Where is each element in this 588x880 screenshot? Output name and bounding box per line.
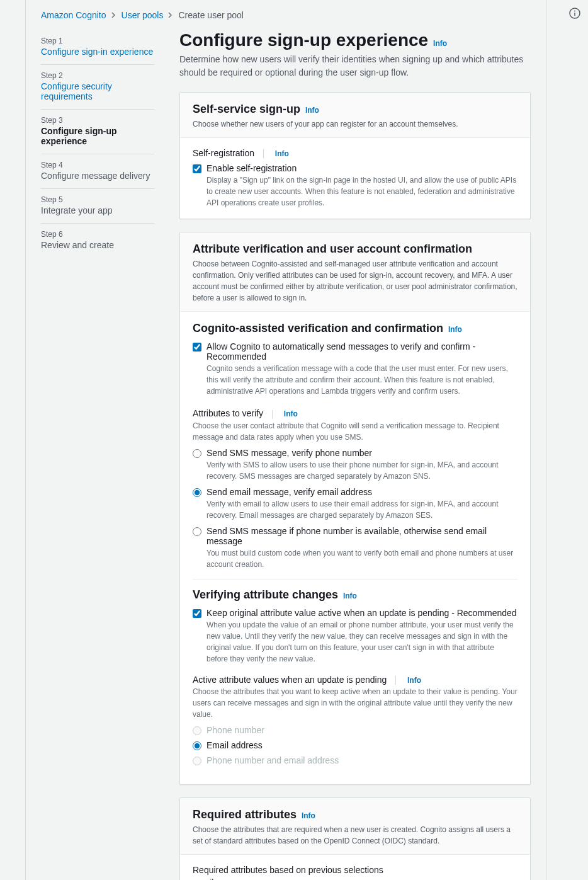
panel-title: Attribute verification and user account … <box>193 243 472 256</box>
panel-self-service-signup: Self-service sign-up Info Choose whether… <box>179 92 531 219</box>
section-title: Cognito-assisted verification and confir… <box>193 322 443 335</box>
field-label: Attributes to verify <box>193 408 263 418</box>
keep-original-attr-checkbox[interactable] <box>193 609 201 618</box>
radio-label: Send SMS message, verify phone number <box>206 448 517 458</box>
radio-label: Phone number <box>206 725 264 735</box>
checkbox-help: Cognito sends a verification message wit… <box>206 363 517 397</box>
page-title: Configure sign-up experience <box>179 30 428 50</box>
panel-sub: Choose whether new users of your app can… <box>193 118 517 130</box>
panel-attribute-verification: Attribute verification and user account … <box>179 232 531 785</box>
field-help: Choose the user contact attribute that C… <box>193 420 517 443</box>
required-attr-value: email <box>193 877 517 880</box>
field-label: Active attribute values when an update i… <box>193 675 387 685</box>
field-help: Choose the attributes that you want to k… <box>193 686 517 720</box>
info-link[interactable]: Info <box>448 325 462 334</box>
breadcrumb-current: Create user pool <box>178 10 244 20</box>
panel-title: Self-service sign-up <box>193 103 300 116</box>
active-both-radio <box>193 757 201 765</box>
checkbox-help: When you update the value of an email or… <box>206 619 517 665</box>
section-title: Self-registration <box>193 148 254 158</box>
step-3: Step 3 Configure sign-up experience <box>41 110 154 154</box>
panel-sub: Choose between Cognito-assisted and self… <box>193 258 517 304</box>
info-link[interactable]: Info <box>343 591 357 600</box>
step-1[interactable]: Step 1 Configure sign-in experience <box>41 30 154 65</box>
breadcrumb-link-userpools[interactable]: User pools <box>122 10 164 20</box>
page-desc: Determine how new users will verify thei… <box>179 53 531 79</box>
field-label: Required attributes based on previous se… <box>193 865 383 875</box>
verify-sms-radio[interactable] <box>193 449 201 458</box>
info-link[interactable]: Info <box>305 106 319 115</box>
chevron-right-icon <box>168 10 173 20</box>
info-link[interactable]: Info <box>407 676 421 685</box>
info-link[interactable]: Info <box>275 149 289 158</box>
checkbox-label: Enable self-registration <box>206 163 517 173</box>
breadcrumb-link-cognito[interactable]: Amazon Cognito <box>41 10 106 20</box>
breadcrumb: Amazon Cognito User pools Create user po… <box>41 10 531 20</box>
info-link[interactable]: Info <box>302 811 315 820</box>
verify-sms-else-email-radio[interactable] <box>193 527 201 536</box>
svg-point-3 <box>574 11 575 12</box>
step-4: Step 4 Configure message delivery <box>41 154 154 189</box>
info-link-page[interactable]: Info <box>433 39 447 48</box>
verify-email-radio[interactable] <box>193 488 201 497</box>
info-panel-icon[interactable] <box>569 8 580 19</box>
radio-label: Send email message, verify email address <box>206 487 517 497</box>
active-phone-radio <box>193 726 201 735</box>
panel-sub: Choose the attributes that are required … <box>193 824 517 847</box>
radio-help: Verify with email to allow users to use … <box>206 498 517 521</box>
panel-title: Required attributes <box>193 808 297 821</box>
radio-help: You must build custom code when you want… <box>206 547 517 570</box>
step-6: Step 6 Review and create <box>41 224 154 258</box>
enable-self-registration-checkbox[interactable] <box>193 164 201 173</box>
wizard-steps: Step 1 Configure sign-in experience Step… <box>41 30 154 880</box>
checkbox-label: Keep original attribute value active whe… <box>206 608 517 618</box>
checkbox-label: Allow Cognito to automatically send mess… <box>206 341 517 362</box>
section-title: Verifying attribute changes <box>193 588 338 602</box>
radio-label: Phone number and email address <box>206 755 339 765</box>
checkbox-help: Display a "Sign up" link on the sign-in … <box>206 174 517 209</box>
step-2[interactable]: Step 2 Configure security requirements <box>41 65 154 110</box>
allow-cognito-auto-send-checkbox[interactable] <box>193 343 201 351</box>
step-5: Step 5 Integrate your app <box>41 189 154 224</box>
radio-label: Send SMS message if phone number is avai… <box>206 526 517 546</box>
radio-label: Email address <box>206 740 263 750</box>
radio-help: Verify with SMS to allow users to use th… <box>206 459 517 482</box>
active-email-radio[interactable] <box>193 741 201 750</box>
panel-required-attributes: Required attributes Info Choose the attr… <box>179 797 531 880</box>
info-link[interactable]: Info <box>284 409 298 418</box>
chevron-right-icon <box>111 10 116 20</box>
